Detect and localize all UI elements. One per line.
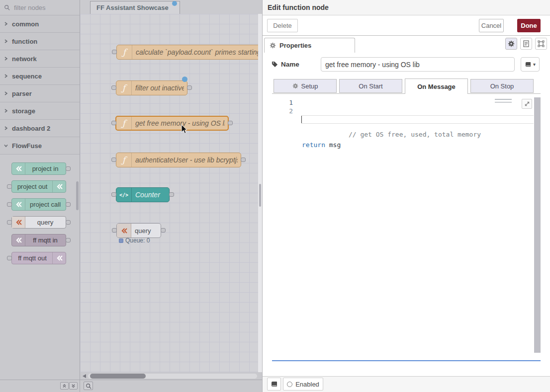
node-enabled-toggle[interactable]: Enabled [283,378,323,391]
flow-node-counter[interactable]: </> Counter [116,187,170,202]
node-port-right[interactable] [66,220,71,225]
enabled-circle-icon [287,382,292,387]
tray-header: Edit function node [263,0,550,15]
enabled-label: Enabled [295,381,319,388]
code-editor[interactable]: 1 2 // get OS free, used, total memory r… [272,97,541,361]
done-button[interactable]: Done [517,19,541,32]
tab-properties-label: Properties [279,42,311,49]
palette-category-sequence[interactable]: sequence [0,68,80,85]
name-input[interactable] [321,57,515,72]
category-label: storage [12,107,35,115]
palette-category-common[interactable]: common [0,15,80,33]
appearance-icon [538,40,545,47]
node-port-left[interactable] [7,220,12,225]
node-port-left[interactable] [111,121,116,125]
palette-node-project-in[interactable]: project in [11,162,66,175]
node-port-left[interactable] [111,157,116,162]
node-port-left[interactable] [112,50,117,54]
chevron-right-icon [0,91,12,96]
node-port-left[interactable] [7,202,12,207]
node-palette: common function network sequence parser … [0,0,80,380]
palette-collapse-down-button[interactable] [69,382,78,390]
node-red-editor: common function network sequence parser … [0,0,550,392]
palette-filter-input[interactable] [13,3,70,12]
line-number: 1 [272,98,300,107]
tab-setup[interactable]: Setup [274,79,337,93]
palette-node-label: project call [25,199,66,210]
palette-node-ff-mqtt-in[interactable]: ff mqtt in [11,234,66,246]
cancel-button[interactable]: Cancel [479,19,504,32]
name-field-label: Name [272,61,299,68]
flowfuse-logo-icon [52,252,66,264]
flow-node-calculate-primes[interactable]: ƒ calculate `payload.count` primes start… [116,45,258,60]
text-cursor [301,116,302,123]
scrollbar-thumb[interactable] [90,374,146,379]
palette-flowfuse-nodes: project in project out project call quer… [0,155,80,264]
editor-code[interactable]: // get OS free, used, total memory retur… [302,98,534,166]
properties-view-button[interactable] [505,38,517,50]
workspace-zoom-button[interactable] [84,382,93,390]
editor-minimap [495,99,512,103]
double-chevron-down-icon [71,384,76,388]
palette-search[interactable] [0,0,80,15]
workspace-horizontal-scrollbar[interactable] [80,372,258,380]
scroll-left-arrow-icon[interactable] [83,374,86,378]
palette-node-ff-mqtt-out[interactable]: ff mqtt out [11,252,66,264]
description-view-button[interactable] [520,38,532,50]
workspace-vertical-scrollbar[interactable] [258,14,262,372]
editor-scrollbar[interactable] [534,97,541,353]
flow-canvas[interactable]: ƒ calculate `payload.count` primes start… [80,14,258,372]
node-port-left[interactable] [112,228,117,233]
palette-category-function[interactable]: function [0,33,80,50]
library-export-button[interactable] [267,378,281,391]
delete-button[interactable]: Delete [267,19,298,32]
flowfuse-logo-icon [12,163,25,174]
tab-on-message-label: On Message [417,83,456,90]
tab-on-message[interactable]: On Message [405,78,468,94]
node-port-right[interactable] [187,85,192,90]
palette-collapse-up-button[interactable] [60,382,69,390]
flow-tab[interactable]: FF Assistant Showcase [90,1,180,14]
library-button[interactable]: ▾ [521,57,540,72]
flow-node-authenticate-user[interactable]: ƒ authenticateUser - use lib bcryptjs [116,153,241,167]
node-port-right[interactable] [66,202,71,207]
node-port-right[interactable] [228,121,233,125]
template-icon: </> [116,188,132,202]
node-port-left[interactable] [111,192,116,197]
node-label: query [135,224,158,237]
palette-category-flowfuse[interactable]: FlowFuse [0,137,80,155]
appearance-view-button[interactable] [535,38,547,50]
flowfuse-logo-icon [12,235,25,246]
flow-node-get-free-memory[interactable]: ƒ get free memory - using OS lib [115,116,229,131]
node-port-left[interactable] [7,256,12,260]
tab-properties[interactable]: Properties [264,38,355,53]
tab-on-start[interactable]: On Start [339,79,402,93]
flow-node-filter-out-inactive[interactable]: ƒ filter out inactive [116,80,187,95]
node-port-right[interactable] [66,238,71,242]
book-icon [271,381,277,388]
palette-node-query[interactable]: query [11,216,66,229]
gear-icon [270,42,276,49]
palette-category-network[interactable]: network [0,50,80,68]
palette-node-label: project in [25,163,66,174]
divider [80,380,80,392]
flow-node-query[interactable]: query [116,223,161,238]
tab-on-stop[interactable]: On Stop [470,79,534,93]
palette-category-parser[interactable]: parser [0,85,80,102]
node-port-right[interactable] [169,192,174,197]
palette-node-project-out[interactable]: project out [11,180,66,193]
palette-node-project-call[interactable]: project call [11,198,66,211]
flowfuse-logo-icon [12,199,25,210]
node-port-right[interactable] [161,228,166,233]
scrollbar-thumb[interactable] [259,184,261,207]
node-port-right[interactable] [241,157,246,162]
node-port-left[interactable] [111,85,116,90]
palette-scrollbar[interactable] [76,181,79,210]
node-port-right[interactable] [66,166,71,171]
editor-expand-button[interactable] [522,99,532,109]
palette-category-storage[interactable]: storage [0,102,80,120]
palette-category-dashboard2[interactable]: dashboard 2 [0,120,80,137]
node-port-left[interactable] [7,184,12,189]
category-label: function [12,38,37,45]
chevron-right-icon [0,39,12,44]
